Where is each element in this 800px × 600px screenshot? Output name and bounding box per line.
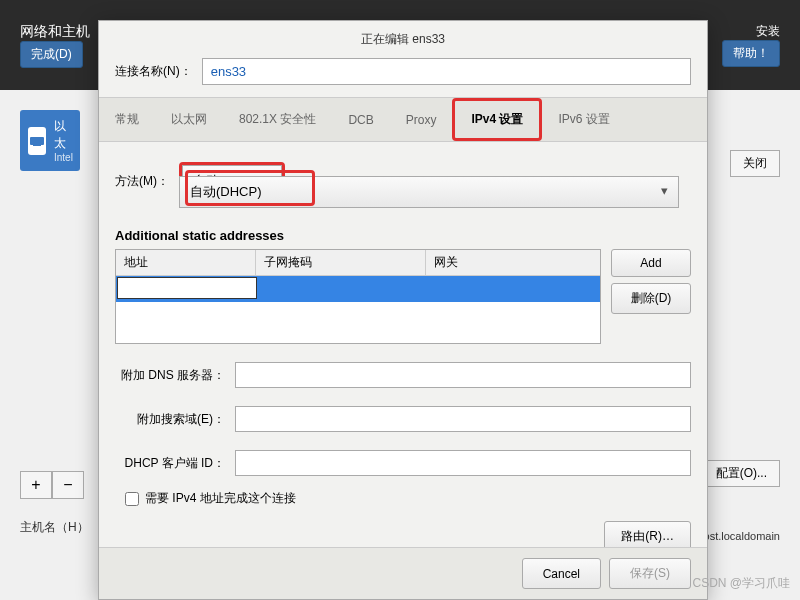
col-gateway: 网关 bbox=[426, 250, 600, 275]
tab-ipv4[interactable]: IPv4 设置 bbox=[455, 101, 539, 138]
dns-input[interactable] bbox=[235, 362, 691, 388]
connection-name-input[interactable] bbox=[202, 58, 691, 85]
interface-item[interactable]: 以太 Intel bbox=[20, 110, 80, 171]
dialog-footer: Cancel 保存(S) bbox=[99, 547, 707, 599]
dhcp-id-input[interactable] bbox=[235, 450, 691, 476]
dhcp-id-label: DHCP 客户端 ID： bbox=[115, 455, 225, 472]
tab-bar: 常规 以太网 802.1X 安全性 DCB Proxy IPv4 设置 IPv6… bbox=[99, 97, 707, 142]
tab-proxy[interactable]: Proxy bbox=[390, 98, 453, 141]
tab-dcb[interactable]: DCB bbox=[332, 98, 389, 141]
require-ipv4-checkbox[interactable] bbox=[125, 492, 139, 506]
ethernet-icon bbox=[28, 127, 46, 155]
method-dropdown-full[interactable]: 自动(DHCP) bbox=[179, 176, 679, 208]
ipv4-tab-content: 方法(M)： 自动(DHCP) 方法(M)： 自动(DHCP) Addition… bbox=[99, 142, 707, 562]
dns-row: 附加 DNS 服务器： bbox=[115, 362, 691, 388]
addresses-table: 地址 子网掩码 网关 bbox=[115, 249, 601, 344]
interface-name: 以太 bbox=[54, 118, 73, 152]
remove-interface-button[interactable]: − bbox=[52, 471, 84, 499]
delete-address-button[interactable]: 删除(D) bbox=[611, 283, 691, 314]
static-addresses-heading: Additional static addresses bbox=[115, 228, 691, 243]
tab-ipv4-highlight: IPv4 设置 bbox=[452, 98, 542, 141]
require-ipv4-label: 需要 IPv4 地址完成这个连接 bbox=[145, 490, 296, 507]
configure-button[interactable]: 配置(O)... bbox=[703, 460, 780, 487]
dialog-title: 正在编辑 ens33 bbox=[99, 21, 707, 58]
tab-general[interactable]: 常规 bbox=[99, 98, 155, 141]
interface-vendor: Intel bbox=[54, 152, 73, 163]
address-buttons: Add 删除(D) bbox=[611, 249, 691, 344]
tab-ipv6[interactable]: IPv6 设置 bbox=[542, 98, 625, 141]
search-domain-label: 附加搜索域(E)： bbox=[115, 411, 225, 428]
page-title: 网络和主机 bbox=[20, 23, 90, 41]
add-interface-button[interactable]: + bbox=[20, 471, 52, 499]
dhcp-id-row: DHCP 客户端 ID： bbox=[115, 450, 691, 476]
tab-ethernet[interactable]: 以太网 bbox=[155, 98, 223, 141]
done-button[interactable]: 完成(D) bbox=[20, 41, 83, 68]
table-row[interactable] bbox=[116, 276, 600, 302]
add-address-button[interactable]: Add bbox=[611, 249, 691, 277]
help-button[interactable]: 帮助！ bbox=[722, 40, 780, 67]
search-domain-input[interactable] bbox=[235, 406, 691, 432]
col-address: 地址 bbox=[116, 250, 256, 275]
require-ipv4-row: 需要 IPv4 地址完成这个连接 bbox=[125, 490, 691, 507]
watermark: CSDN @学习爪哇 bbox=[692, 575, 790, 592]
static-addresses-section: 地址 子网掩码 网关 Add 删除(D) bbox=[115, 249, 691, 344]
connection-name-row: 连接名称(N)： bbox=[99, 58, 707, 97]
dns-label: 附加 DNS 服务器： bbox=[115, 367, 225, 384]
save-button[interactable]: 保存(S) bbox=[609, 558, 691, 589]
address-cell-input[interactable] bbox=[117, 277, 257, 299]
col-netmask: 子网掩码 bbox=[256, 250, 426, 275]
table-header: 地址 子网掩码 网关 bbox=[116, 250, 600, 276]
install-label: 安装 bbox=[722, 23, 780, 40]
edit-connection-dialog: 正在编辑 ens33 连接名称(N)： 常规 以太网 802.1X 安全性 DC… bbox=[98, 20, 708, 600]
svg-rect-1 bbox=[33, 143, 41, 146]
connection-name-label: 连接名称(N)： bbox=[115, 63, 192, 80]
tab-8021x[interactable]: 802.1X 安全性 bbox=[223, 98, 332, 141]
cancel-button[interactable]: Cancel bbox=[522, 558, 601, 589]
search-domain-row: 附加搜索域(E)： bbox=[115, 406, 691, 432]
close-button[interactable]: 关闭 bbox=[730, 150, 780, 177]
